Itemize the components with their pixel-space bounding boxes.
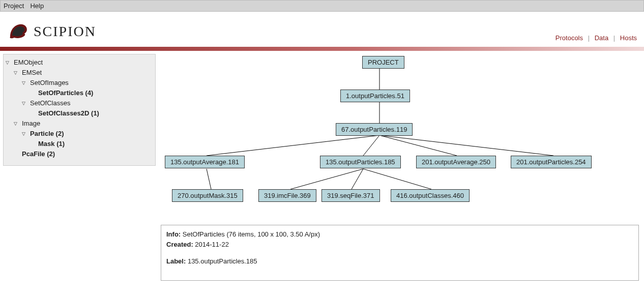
chevron-down-icon: ▽ <box>14 68 20 78</box>
svg-line-5 <box>379 135 553 156</box>
chevron-down-icon: ▽ <box>14 119 20 129</box>
info-line: Label: 135.outputParticles.185 <box>166 256 633 267</box>
graph-node[interactable]: 1.outputParticles.51 <box>340 90 410 102</box>
graph-node[interactable]: 67.outputParticles.119 <box>336 123 413 136</box>
tree-item-setofimages[interactable]: ▽ SetOfImages <box>6 78 153 88</box>
tree-item-emobject[interactable]: ▽ EMObject <box>6 57 153 68</box>
info-value: SetOfParticles (76 items, 100 x 100, 3.5… <box>181 230 320 238</box>
tree-item-emset[interactable]: ▽ EMSet <box>6 68 153 78</box>
info-line: Created: 2014-11-22 <box>166 240 633 250</box>
tree-item-pcafile[interactable]: PcaFile (2) <box>6 149 153 159</box>
graph-node-project[interactable]: PROJECT <box>362 56 404 69</box>
svg-line-3 <box>363 135 379 156</box>
chevron-down-icon: ▽ <box>22 98 28 108</box>
info-label: Label: <box>166 257 186 265</box>
spacer <box>166 249 633 256</box>
tree-item-particle[interactable]: ▽ Particle (2) <box>6 129 153 139</box>
nav-sep: | <box>613 34 615 42</box>
graph-node[interactable]: 135.outputAverage.181 <box>165 156 245 168</box>
graph-node[interactable]: 319.seqFile.371 <box>321 189 380 202</box>
svg-line-7 <box>290 169 363 189</box>
svg-line-2 <box>207 135 379 156</box>
nav-hosts[interactable]: Hosts <box>620 34 637 42</box>
menu-project[interactable]: Project <box>4 2 24 10</box>
tree-label: PcaFile (2) <box>22 149 55 159</box>
tree-label: SetOfImages <box>30 78 69 88</box>
tree-item-setofclasses2d[interactable]: SetOfClasses2D (1) <box>6 108 153 119</box>
info-line: Info: SetOfParticles (76 items, 100 x 10… <box>166 229 633 240</box>
header: SCIPION Protocols | Data | Hosts <box>0 12 644 47</box>
svg-line-8 <box>352 169 363 189</box>
nav-links: Protocols | Data | Hosts <box>555 34 637 42</box>
nav-protocols[interactable]: Protocols <box>555 34 583 42</box>
svg-line-4 <box>379 135 457 156</box>
graph-node[interactable]: 270.outputMask.315 <box>172 189 243 202</box>
svg-line-6 <box>207 169 211 189</box>
logo-icon <box>7 21 30 41</box>
tree-label: EMObject <box>14 57 43 68</box>
nav-sep: | <box>588 34 590 42</box>
graph-canvas: PROJECT 1.outputParticles.51 67.outputPa… <box>161 54 640 212</box>
sidebar-tree: ▽ EMObject ▽ EMSet ▽ SetOfImages SetOfPa… <box>3 54 156 166</box>
info-value: 2014-11-22 <box>193 241 229 248</box>
menu-help[interactable]: Help <box>30 2 44 10</box>
tree-label: Particle (2) <box>30 129 64 139</box>
info-label: Created: <box>166 241 193 248</box>
graph-node[interactable]: 201.outputParticles.254 <box>511 156 592 168</box>
tree-label: Mask (1) <box>38 139 65 149</box>
nav-data[interactable]: Data <box>595 34 608 42</box>
tree-item-mask[interactable]: Mask (1) <box>6 139 153 149</box>
tree-item-setofparticles[interactable]: SetOfParticles (4) <box>6 88 153 98</box>
menubar: Project Help <box>0 0 644 12</box>
brand-name: SCIPION <box>34 23 96 40</box>
chevron-down-icon: ▽ <box>22 78 28 88</box>
tree-item-setofclasses[interactable]: ▽ SetOfClasses <box>6 98 153 108</box>
graph-node[interactable]: 416.outputClasses.460 <box>391 189 470 202</box>
info-value: 135.outputParticles.185 <box>186 257 257 265</box>
info-panel: Info: SetOfParticles (76 items, 100 x 10… <box>161 225 639 281</box>
info-label: Info: <box>166 230 181 238</box>
chevron-down-icon: ▽ <box>22 129 28 139</box>
tree-label: EMSet <box>22 68 42 78</box>
header-rule <box>0 47 644 51</box>
main: ▽ EMObject ▽ EMSet ▽ SetOfImages SetOfPa… <box>0 51 644 284</box>
tree-label: SetOfParticles (4) <box>38 88 93 98</box>
tree-item-image[interactable]: ▽ Image <box>6 119 153 129</box>
brand: SCIPION <box>7 21 96 41</box>
graph-node[interactable]: 201.outputAverage.250 <box>416 156 496 168</box>
chevron-down-icon: ▽ <box>6 57 12 68</box>
graph-node[interactable]: 319.imcFile.369 <box>258 189 316 202</box>
tree-label: SetOfClasses2D (1) <box>38 108 99 119</box>
content: PROJECT 1.outputParticles.51 67.outputPa… <box>161 54 641 281</box>
svg-line-9 <box>363 169 431 189</box>
tree-label: SetOfClasses <box>30 98 70 108</box>
graph-node[interactable]: 135.outputParticles.185 <box>320 156 401 168</box>
tree-label: Image <box>22 119 40 129</box>
